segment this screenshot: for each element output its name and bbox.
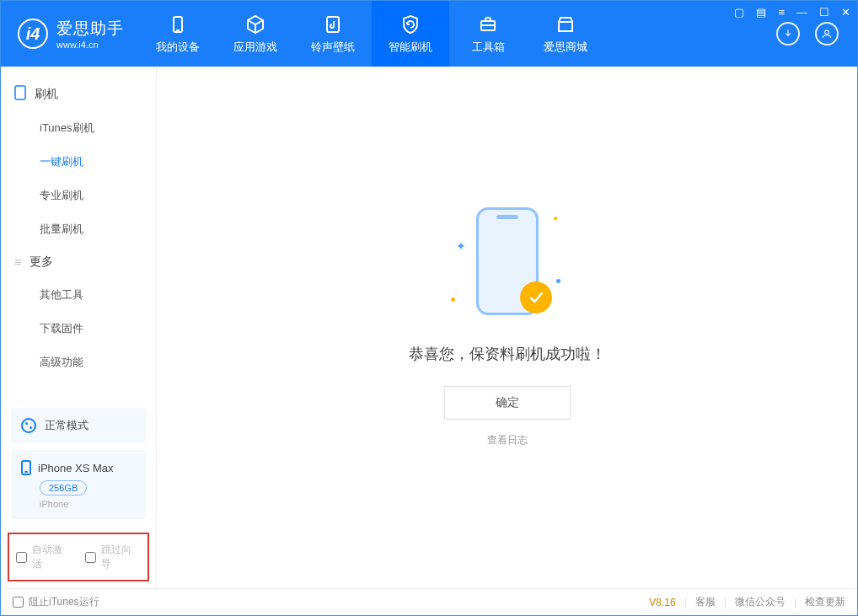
sidebar-item-pro-flash[interactable]: 专业刷机 [1, 179, 156, 212]
success-illustration: ✦ ✦ [461, 207, 554, 325]
tab-my-device[interactable]: 我的设备 [139, 1, 217, 67]
phone-outline-icon [14, 85, 26, 103]
download-button[interactable] [776, 22, 800, 46]
tab-flash[interactable]: 智能刷机 [372, 1, 449, 67]
device-icon [167, 13, 189, 35]
sidebar-item-itunes-flash[interactable]: iTunes刷机 [1, 111, 156, 145]
capacity-badge: 256GB [40, 480, 87, 495]
maximize-button[interactable]: ☐ [819, 6, 829, 19]
checkbox-skip-guide[interactable]: 跳过向导 [85, 543, 141, 571]
store-icon [555, 13, 576, 35]
app-logo-icon: i4 [18, 19, 48, 49]
sidebar-item-download-firmware[interactable]: 下载固件 [1, 312, 156, 345]
tab-toolbox[interactable]: 工具箱 [449, 1, 527, 67]
ok-button[interactable]: 确定 [444, 386, 571, 420]
device-name-text: iPhone XS Max [38, 462, 114, 474]
app-header: i4 爱思助手 www.i4.cn 我的设备 应用游戏 铃声壁纸 智能刷机 工具… [1, 1, 857, 67]
dot-icon [451, 297, 455, 302]
dot-icon [556, 279, 560, 283]
svg-rect-6 [15, 86, 25, 99]
version-text: V8.16 [649, 597, 675, 608]
tab-ringtones[interactable]: 铃声壁纸 [294, 1, 372, 67]
tab-label: 智能刷机 [389, 40, 432, 55]
body-area: 刷机 iTunes刷机 一键刷机 专业刷机 批量刷机 ≡ 更多 其他工具 下载固… [1, 67, 857, 588]
sparkle-icon: ✦ [552, 214, 559, 223]
section-title-text: 刷机 [35, 87, 58, 102]
view-log-link[interactable]: 查看日志 [487, 433, 528, 447]
status-bar: 阻止iTunes运行 V8.16 | 客服 | 微信公众号 | 检查更新 [1, 588, 857, 615]
tab-apps-games[interactable]: 应用游戏 [217, 1, 294, 67]
svg-point-5 [825, 30, 829, 35]
sidebar-section-flash: 刷机 [1, 77, 156, 111]
list-icon[interactable]: ≡ [778, 6, 785, 19]
footer-link-check-update[interactable]: 检查更新 [805, 595, 845, 609]
device-type-text: iPhone [40, 499, 136, 509]
status-icon [21, 418, 36, 433]
checkbox-label: 跳过向导 [101, 543, 141, 571]
window-controls: ▢ ▤ ≡ — ☐ ✕ [734, 6, 850, 19]
footer-link-support[interactable]: 客服 [695, 595, 716, 609]
sidebar-item-other-tools[interactable]: 其他工具 [1, 278, 156, 312]
sparkle-icon: ✦ [456, 239, 466, 253]
main-content: ✦ ✦ 恭喜您，保资料刷机成功啦！ 确定 查看日志 [157, 67, 857, 588]
section-title-text: 更多 [29, 254, 53, 270]
toolbox-icon [477, 13, 499, 35]
shield-refresh-icon [400, 13, 421, 35]
menu-icon[interactable]: ▤ [756, 6, 766, 19]
footer-link-wechat[interactable]: 微信公众号 [735, 595, 786, 609]
check-badge-icon [520, 281, 552, 313]
checkbox-label: 阻止iTunes运行 [29, 595, 99, 609]
close-button[interactable]: ✕ [841, 6, 850, 19]
sidebar-section-more: ≡ 更多 [1, 246, 156, 278]
status-normal-mode[interactable]: 正常模式 [11, 408, 146, 443]
tab-label: 我的设备 [156, 40, 200, 55]
music-icon [322, 13, 344, 35]
tab-label: 工具箱 [472, 40, 505, 55]
tab-label: 铃声壁纸 [311, 40, 355, 55]
user-button[interactable] [815, 22, 839, 46]
success-message: 恭喜您，保资料刷机成功啦！ [409, 344, 606, 364]
tab-store[interactable]: 爱思商城 [527, 1, 604, 67]
main-tabs: 我的设备 应用游戏 铃声壁纸 智能刷机 工具箱 爱思商城 [139, 1, 758, 67]
logo-area: i4 爱思助手 www.i4.cn [1, 1, 139, 67]
tab-label: 爱思商城 [544, 40, 587, 55]
phone-small-icon [21, 460, 31, 475]
checkbox-auto-activate[interactable]: 自动激活 [16, 543, 72, 571]
app-subtitle: www.i4.cn [56, 40, 124, 50]
sidebar-item-oneclick-flash[interactable]: 一键刷机 [1, 145, 156, 179]
checkbox-block-itunes[interactable]: 阻止iTunes运行 [13, 595, 99, 609]
cube-icon [244, 13, 266, 35]
hamburger-icon: ≡ [14, 255, 21, 269]
sidebar-item-advanced[interactable]: 高级功能 [1, 345, 156, 379]
app-title: 爱思助手 [56, 18, 124, 40]
status-text: 正常模式 [45, 418, 88, 433]
minimize-button[interactable]: — [796, 6, 807, 19]
sidebar: 刷机 iTunes刷机 一键刷机 专业刷机 批量刷机 ≡ 更多 其他工具 下载固… [1, 67, 157, 588]
tab-label: 应用游戏 [233, 40, 277, 55]
device-panel[interactable]: iPhone XS Max 256GB iPhone [11, 450, 146, 519]
shirt-icon[interactable]: ▢ [734, 6, 744, 19]
checkbox-label: 自动激活 [32, 543, 72, 571]
highlighted-options: 自动激活 跳过向导 [8, 533, 149, 581]
sidebar-item-batch-flash[interactable]: 批量刷机 [1, 212, 156, 246]
